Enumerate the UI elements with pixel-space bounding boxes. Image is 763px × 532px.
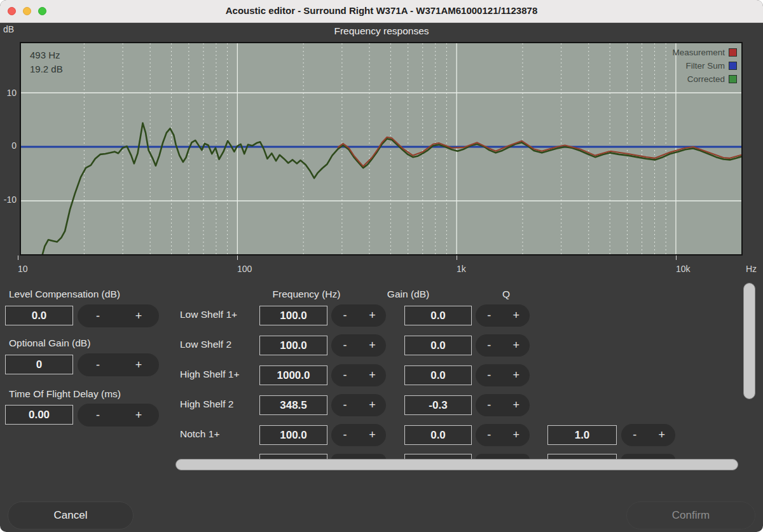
time-of-flight-delay-stepper: - + [78,404,159,426]
increment-button[interactable]: + [649,428,676,442]
gain-column-header: Gain (dB) [370,289,446,300]
frequency-column-header: Frequency (Hz) [259,289,354,300]
increment-button[interactable]: + [503,339,530,352]
time-of-flight-delay-increment-button[interactable]: + [118,409,159,422]
increment-button[interactable]: + [359,428,386,442]
decrement-button[interactable]: - [621,428,649,442]
high-shelf-2-frequency-stepper: - + [331,394,386,416]
x-tickmark-10k [676,256,677,260]
cursor-level-value: 19.2 dB [30,62,63,76]
decrement-button[interactable]: - [331,369,359,382]
decrement-button[interactable]: - [331,399,359,412]
low-shelf-2-frequency-input[interactable] [259,336,327,355]
y-tick-0: 0 [0,140,17,151]
level-compensation-input[interactable] [5,306,73,325]
measurement-color-swatch [729,48,737,57]
increment-button[interactable]: + [359,309,386,322]
filter-row-label: High Shelf 1+ [180,369,240,380]
increment-button[interactable]: + [503,428,530,442]
filter-row-label: High Shelf 2 [180,399,233,410]
y-tick-minus10: -10 [0,194,17,205]
x-tickmark-1k [457,256,457,260]
x-tickmark-10 [18,256,18,260]
decrement-button[interactable]: - [476,309,503,322]
notch-1-frequency-stepper: - + [331,424,386,446]
vertical-scrollbar[interactable] [743,283,755,399]
x-tick-10: 10 [18,264,28,274]
corrected-color-swatch [729,75,737,83]
legend-item-corrected: Corrected [672,74,737,83]
x-tick-1k: 1k [457,264,466,274]
x-tick-100: 100 [237,264,252,274]
high-shelf-1-gain-stepper: - + [476,364,530,386]
decrement-button[interactable]: - [331,309,359,322]
decrement-button[interactable]: - [476,369,503,382]
increment-button[interactable]: + [359,399,386,412]
optional-gain-stepper: - + [78,353,159,376]
frequency-response-curves [21,43,741,254]
high-shelf-2-frequency-input[interactable] [259,395,327,415]
high-shelf-2-gain-stepper: - + [476,394,530,416]
notch-1-q-stepper: - + [621,424,675,446]
low-shelf-1-frequency-input[interactable] [259,306,327,325]
decrement-button[interactable]: - [476,399,503,412]
filter-sum-color-swatch [729,62,737,70]
horizontal-scrollbar[interactable] [175,459,738,470]
q-column-header: Q [487,289,525,300]
filter-row-label: Notch 1+ [180,428,219,440]
legend-item-measurement: Measurement [672,48,737,57]
optional-gain-label: Optional Gain (dB) [9,338,90,349]
cursor-frequency-value: 493 Hz [30,48,63,62]
increment-button[interactable]: + [359,339,386,352]
low-shelf-2-gain-stepper: - + [476,334,530,357]
confirm-button[interactable]: Confirm [626,501,755,529]
acoustic-editor-window: Acoustic editor - Surround Right W371A -… [0,0,763,532]
optional-gain-input[interactable] [5,355,73,374]
high-shelf-1-frequency-stepper: - + [331,364,386,386]
filter-row-label: Low Shelf 2 [180,339,231,350]
level-compensation-decrement-button[interactable]: - [78,310,118,323]
notch-1-gain-input[interactable] [404,425,472,445]
chart-legend: Measurement Filter Sum Corrected [672,48,737,88]
title-bar: Acoustic editor - Surround Right W371A -… [0,0,763,23]
decrement-button[interactable]: - [331,339,359,352]
increment-button[interactable]: + [503,369,530,382]
low-shelf-2-gain-input[interactable] [404,336,472,355]
increment-button[interactable]: + [503,309,530,322]
chart-title: Frequency responses [0,25,763,37]
window-title: Acoustic editor - Surround Right W371A -… [0,5,763,16]
cancel-button[interactable]: Cancel [8,501,134,529]
optional-gain-increment-button[interactable]: + [118,358,159,372]
level-compensation-increment-button[interactable]: + [118,310,159,323]
frequency-response-plot[interactable]: 493 Hz 19.2 dB Measurement Filter Sum Co… [20,42,743,256]
filter-row-label: Low Shelf 1+ [180,309,237,320]
decrement-button[interactable]: - [476,339,503,352]
increment-button[interactable]: + [359,369,386,382]
level-compensation-label: Level Compensation (dB) [9,289,120,300]
low-shelf-1-gain-stepper: - + [476,304,530,327]
low-shelf-1-frequency-stepper: - + [331,304,386,327]
cursor-readout: 493 Hz 19.2 dB [30,48,63,76]
time-of-flight-delay-decrement-button[interactable]: - [78,409,118,422]
increment-button[interactable]: + [503,399,530,412]
high-shelf-1-frequency-input[interactable] [259,365,327,385]
low-shelf-1-gain-input[interactable] [404,306,472,325]
notch-1-frequency-input[interactable] [259,425,327,445]
decrement-button[interactable]: - [331,428,359,442]
x-tick-10k: 10k [676,264,691,274]
x-axis-unit-label: Hz [746,264,757,274]
x-tickmark-100 [237,256,238,260]
low-shelf-2-frequency-stepper: - + [331,334,386,357]
level-compensation-stepper: - + [78,304,159,327]
optional-gain-decrement-button[interactable]: - [78,358,118,372]
y-tick-10: 10 [0,88,17,98]
high-shelf-2-gain-input[interactable] [404,395,472,415]
time-of-flight-delay-label: Time Of Flight Delay (ms) [9,388,121,400]
high-shelf-1-gain-input[interactable] [404,365,472,385]
decrement-button[interactable]: - [476,428,503,442]
time-of-flight-delay-input[interactable] [5,405,73,425]
legend-item-filter-sum: Filter Sum [672,61,737,70]
notch-1-gain-stepper: - + [476,424,530,446]
notch-1-q-input[interactable] [547,425,617,445]
